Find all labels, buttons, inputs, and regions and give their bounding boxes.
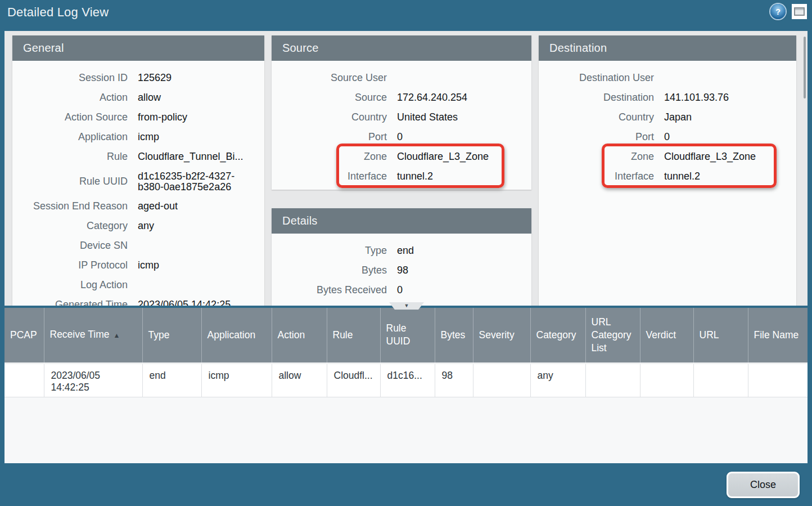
- column-header-file-name[interactable]: File Name: [748, 308, 808, 363]
- field-value: aged-out: [138, 201, 257, 212]
- source-panel-header: Source: [272, 35, 531, 61]
- column-header-rule[interactable]: Rule: [327, 308, 380, 363]
- field-row: Rule UUIDd1c16235-b2f2-4327-b380-0ae1875…: [12, 167, 259, 196]
- field-value: 0: [664, 132, 783, 142]
- column-header-rule-uuid[interactable]: Rule UUID: [380, 308, 435, 363]
- field-label: Country: [539, 112, 654, 123]
- field-label: Source User: [272, 73, 387, 83]
- field-row: Categoryany: [12, 216, 259, 236]
- field-row: Source User: [272, 68, 526, 88]
- field-row: Generated Time2023/06/05 14:42:25: [12, 295, 259, 306]
- field-label: Action: [12, 92, 128, 103]
- column-header-label: Bytes: [441, 329, 466, 341]
- field-value: 125629: [138, 73, 257, 83]
- column-header-label: Rule: [333, 329, 353, 341]
- column-header-label: URL: [700, 329, 719, 341]
- column-header-url-category-list[interactable]: URL Category List: [585, 308, 640, 363]
- table-row[interactable]: 2023/06/05 14:42:25endicmpallowCloudfl..…: [4, 363, 808, 397]
- field-value: d1c16235-b2f2-4327-b380-0ae1875e2a26: [138, 171, 257, 192]
- field-label: Application: [12, 132, 128, 142]
- field-label: Zone: [539, 151, 654, 162]
- table-cell: [693, 363, 748, 397]
- field-label: Destination: [539, 92, 654, 103]
- destination-panel-header: Destination: [539, 35, 796, 61]
- details-panel-header: Details: [272, 208, 531, 234]
- log-table-section: PCAPReceive Time▲TypeApplicationActionRu…: [4, 308, 808, 463]
- table-cell: d1c16...: [380, 363, 435, 397]
- field-row: Device SN: [12, 236, 259, 256]
- column-header-bytes[interactable]: Bytes: [435, 308, 473, 363]
- field-value: United States: [397, 112, 516, 123]
- field-value: Cloudflare_L3_Zone: [664, 151, 783, 162]
- close-button[interactable]: Close: [727, 472, 800, 498]
- field-row: Session ID125629: [12, 68, 259, 88]
- window-restore-icon[interactable]: [792, 4, 807, 19]
- column-header-label: Type: [148, 329, 170, 341]
- column-destination: Destination Destination UserDestination1…: [539, 35, 796, 306]
- field-row: Bytes Received0: [272, 280, 526, 300]
- general-panel: General Session ID125629ActionallowActio…: [12, 35, 264, 306]
- field-value: 2023/06/05 14:42:25: [138, 299, 257, 306]
- field-value: any: [138, 221, 257, 231]
- column-header-label: Rule UUID: [386, 323, 410, 347]
- field-value: icmp: [138, 260, 257, 271]
- column-header-label: File Name: [754, 329, 799, 341]
- field-label: Bytes Received: [272, 285, 387, 295]
- scrollbar-thumb[interactable]: [804, 37, 806, 98]
- field-label: Port: [272, 132, 387, 142]
- field-value: Cloudflare_L3_Zone: [397, 151, 516, 162]
- field-row: ZoneCloudflare_L3_Zone: [272, 147, 526, 167]
- field-value: tunnel.2: [664, 171, 783, 182]
- table-cell: end: [142, 363, 201, 397]
- general-fields: Session ID125629ActionallowAction Source…: [12, 61, 264, 306]
- table-cell: [640, 363, 693, 397]
- table-cell: icmp: [201, 363, 272, 397]
- field-row: RuleCloudflare_Tunnel_Bi...: [12, 147, 259, 167]
- source-fields: Source UserSource172.64.240.254CountryUn…: [272, 61, 531, 190]
- field-row: Actionallow: [12, 88, 259, 108]
- column-header-receive-time[interactable]: Receive Time▲: [44, 308, 142, 363]
- field-value: Japan: [664, 112, 783, 123]
- detailed-log-view-dialog: Detailed Log View ? General Session ID12…: [0, 0, 812, 506]
- collapse-handle[interactable]: ▼: [389, 302, 424, 310]
- help-icon[interactable]: ?: [770, 4, 786, 19]
- column-header-verdict[interactable]: Verdict: [640, 308, 693, 363]
- field-value: 0: [397, 285, 516, 295]
- field-row: Destination User: [539, 68, 791, 88]
- column-general: General Session ID125629ActionallowActio…: [12, 35, 264, 306]
- field-row: Action Sourcefrom-policy: [12, 108, 259, 127]
- field-value: Cloudflare_Tunnel_Bi...: [138, 151, 257, 162]
- field-row: CountryJapan: [539, 108, 791, 127]
- column-header-label: Receive Time: [50, 329, 110, 340]
- dialog-title: Detailed Log View: [7, 5, 109, 20]
- field-label: Bytes: [272, 265, 387, 276]
- details-fields: TypeendBytes98Bytes Received0: [272, 234, 531, 303]
- titlebar: Detailed Log View ?: [0, 0, 812, 25]
- field-label: Destination User: [539, 73, 654, 83]
- column-header-url[interactable]: URL: [693, 308, 748, 363]
- column-header-action[interactable]: Action: [272, 308, 327, 363]
- field-label: Source: [272, 92, 387, 103]
- footer-bar: Close: [0, 463, 812, 506]
- column-header-type[interactable]: Type: [142, 308, 201, 363]
- column-header-pcap[interactable]: PCAP: [4, 308, 44, 363]
- field-label: Rule: [12, 151, 128, 162]
- column-header-category[interactable]: Category: [530, 308, 585, 363]
- table-cell: [4, 363, 44, 397]
- titlebar-icons: ?: [770, 4, 807, 19]
- field-value: allow: [138, 92, 257, 103]
- field-row: Port0: [272, 127, 526, 147]
- field-row: Interfacetunnel.2: [272, 167, 526, 186]
- sort-ascending-icon: ▲: [114, 332, 120, 339]
- column-header-label: URL Category List: [592, 316, 631, 353]
- column-source-details: Source Source UserSource172.64.240.254Co…: [272, 35, 531, 306]
- field-row: Port0: [539, 127, 791, 147]
- field-label: Port: [539, 132, 654, 142]
- field-label: IP Protocol: [12, 260, 128, 271]
- field-row: CountryUnited States: [272, 108, 526, 127]
- column-header-label: PCAP: [10, 329, 37, 341]
- field-row: Bytes98: [272, 261, 526, 280]
- table-cell: [473, 363, 530, 397]
- column-header-application[interactable]: Application: [201, 308, 272, 363]
- column-header-severity[interactable]: Severity: [473, 308, 530, 363]
